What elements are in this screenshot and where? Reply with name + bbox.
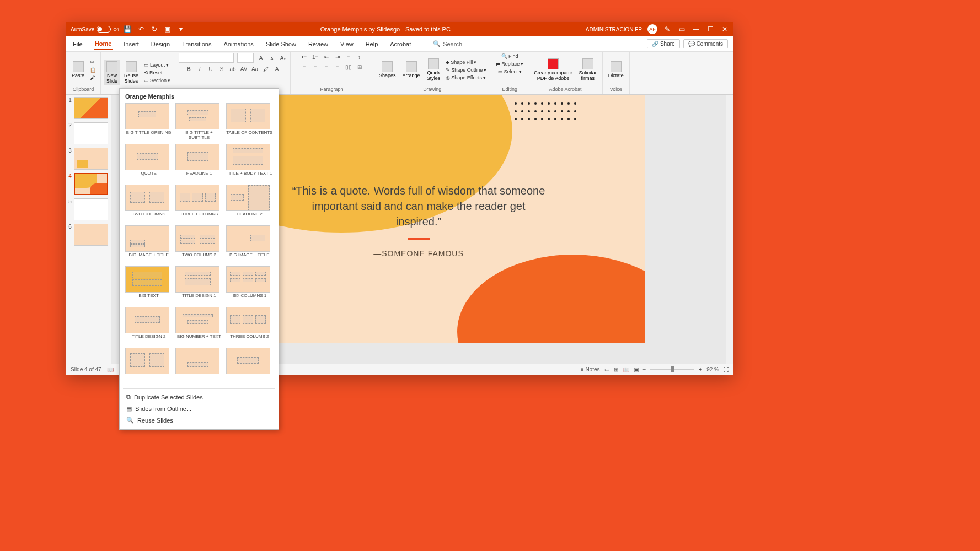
tab-design[interactable]: Design <box>150 39 171 50</box>
layout-option[interactable]: BIG TITTLE + SUBTITLE <box>175 103 222 141</box>
underline-button[interactable]: U <box>207 65 215 73</box>
indent-out-button[interactable]: ⇤ <box>323 53 330 61</box>
zoom-level[interactable]: 92 % <box>706 366 719 372</box>
layout-option[interactable] <box>175 348 222 385</box>
normal-view-icon[interactable]: ▭ <box>604 366 609 372</box>
thumb-2[interactable] <box>74 122 108 144</box>
text-direction-button[interactable]: ↕ <box>356 53 363 61</box>
close-icon[interactable]: ✕ <box>720 25 729 34</box>
bullets-button[interactable]: •≡ <box>301 53 308 61</box>
layout-option[interactable] <box>125 348 172 385</box>
shape-outline-button[interactable]: ✎ Shape Outline ▾ <box>445 67 488 73</box>
layout-option[interactable]: BIG IMAGE + TITLE <box>125 225 172 263</box>
shape-fill-button[interactable]: ◆ Shape Fill ▾ <box>445 59 488 66</box>
vertical-scrollbar[interactable] <box>726 95 733 364</box>
align-left-button[interactable]: ≡ <box>301 63 308 71</box>
tab-slideshow[interactable]: Slide Show <box>265 39 297 50</box>
highlight-button[interactable]: 🖍 <box>262 65 270 73</box>
layout-option[interactable]: BIG TEXT <box>125 266 172 304</box>
shapes-button[interactable]: Shapes <box>377 60 398 80</box>
cut-button[interactable]: ✂ <box>89 59 97 66</box>
find-button[interactable]: 🔍 Find <box>500 53 520 60</box>
tab-home[interactable]: Home <box>94 38 113 50</box>
align-right-button[interactable]: ≡ <box>323 63 330 71</box>
share-button[interactable]: 🔗Share <box>647 39 680 48</box>
pen-icon[interactable]: ✎ <box>663 25 672 34</box>
font-family-select[interactable] <box>179 53 234 63</box>
bold-button[interactable]: B <box>185 65 192 73</box>
notes-button[interactable]: ≡ Notes <box>581 366 600 372</box>
zoom-out-icon[interactable]: − <box>643 366 646 372</box>
redo-icon[interactable]: ↻ <box>150 25 159 34</box>
layout-option[interactable]: BIG IMAGE + TITLE <box>226 225 273 263</box>
request-signatures-button[interactable]: Solicitar firmas <box>577 57 599 83</box>
layout-option[interactable]: TITLE + BODY TEXT 1 <box>226 144 273 181</box>
slides-from-outline-item[interactable]: ▤Slides from Outline... <box>123 403 275 414</box>
duplicate-slides-item[interactable]: ⧉Duplicate Selected Slides <box>123 391 275 403</box>
replace-button[interactable]: ⇄ Replace ▾ <box>495 61 524 67</box>
clear-format-icon[interactable]: Aₓ <box>279 54 287 62</box>
more-icon[interactable]: ▾ <box>176 25 185 34</box>
autosave-toggle[interactable]: AutoSave Off <box>71 26 119 33</box>
case-button[interactable]: Aa <box>251 65 259 73</box>
save-icon[interactable]: 💾 <box>124 25 132 34</box>
thumb-1[interactable] <box>74 97 108 119</box>
tab-view[interactable]: View <box>339 39 355 50</box>
search-box[interactable]: 🔍 Search <box>433 40 462 47</box>
shadow-button[interactable]: ab <box>229 65 237 73</box>
font-color-button[interactable]: A <box>273 65 281 73</box>
layout-option[interactable]: TWO COLUMS 2 <box>175 225 222 263</box>
reuse-slides-button[interactable]: Reuse Slides <box>122 60 141 85</box>
layout-option[interactable]: TWO COLUMNS <box>125 185 172 222</box>
tab-review[interactable]: Review <box>307 39 329 50</box>
justify-button[interactable]: ≡ <box>334 63 341 71</box>
user-avatar[interactable]: AF <box>647 24 657 34</box>
format-painter-button[interactable]: 🖌 <box>89 74 97 81</box>
quote-block[interactable]: “This is a quote. Words full of wisdom t… <box>292 183 545 258</box>
layout-option[interactable]: TITLE DESIGN 2 <box>125 307 172 344</box>
strikethrough-button[interactable]: S <box>218 65 226 73</box>
align-center-button[interactable]: ≡ <box>312 63 319 71</box>
quick-styles-button[interactable]: Quick Styles <box>425 57 443 83</box>
layout-option[interactable]: HEADLINE 2 <box>226 185 273 222</box>
thumb-3[interactable] <box>74 148 108 170</box>
present-icon[interactable]: ▣ <box>163 25 172 34</box>
reading-view-icon[interactable]: 📖 <box>623 366 629 372</box>
shape-effects-button[interactable]: ◎ Shape Effects ▾ <box>445 74 488 81</box>
tab-transitions[interactable]: Transitions <box>181 39 212 50</box>
layout-option[interactable] <box>226 348 273 385</box>
copy-button[interactable]: 📋 <box>89 67 97 73</box>
spacing-button[interactable]: AV <box>240 65 248 73</box>
columns-button[interactable]: ▯▯ <box>345 63 352 71</box>
layout-option[interactable]: SIX COLUMNS 1 <box>226 266 273 304</box>
arrange-button[interactable]: Arrange <box>400 60 422 80</box>
thumb-5[interactable] <box>74 198 108 220</box>
slideshow-view-icon[interactable]: ▣ <box>634 366 639 372</box>
layout-option[interactable]: THREE COLUMNS <box>175 185 222 222</box>
thumb-6[interactable] <box>74 224 108 246</box>
thumb-4[interactable] <box>74 173 108 195</box>
undo-icon[interactable]: ↶ <box>137 25 146 34</box>
dictate-button[interactable]: Dictate <box>606 60 626 80</box>
minimize-icon[interactable]: — <box>692 25 700 34</box>
new-slide-button[interactable]: New Slide <box>104 60 120 85</box>
layout-option[interactable]: TITLE DESIGN 1 <box>175 266 222 304</box>
tab-help[interactable]: Help <box>365 39 379 50</box>
reuse-slides-item[interactable]: 🔍Reuse Slides <box>123 414 275 426</box>
fit-window-icon[interactable]: ⛶ <box>724 366 729 372</box>
layout-option[interactable]: BIG TITTLE OPENING <box>125 103 172 141</box>
tab-file[interactable]: File <box>72 39 84 50</box>
italic-button[interactable]: I <box>196 65 204 73</box>
create-share-pdf-button[interactable]: Crear y compartir PDF de Adobe <box>532 57 575 83</box>
sorter-view-icon[interactable]: ⊞ <box>614 366 618 372</box>
paste-button[interactable]: Paste <box>69 60 87 80</box>
section-button[interactable]: ▭ Section ▾ <box>143 77 172 84</box>
tab-acrobat[interactable]: Acrobat <box>389 39 412 50</box>
select-button[interactable]: ▭ Select ▾ <box>497 68 523 75</box>
layout-option[interactable]: HEADLINE 1 <box>175 144 222 181</box>
zoom-in-icon[interactable]: + <box>699 366 702 372</box>
layout-button[interactable]: ▭ Layout ▾ <box>143 62 172 68</box>
indent-in-button[interactable]: ⇥ <box>334 53 341 61</box>
tab-animations[interactable]: Animations <box>222 39 254 50</box>
reset-button[interactable]: ⟲ Reset <box>143 69 172 76</box>
